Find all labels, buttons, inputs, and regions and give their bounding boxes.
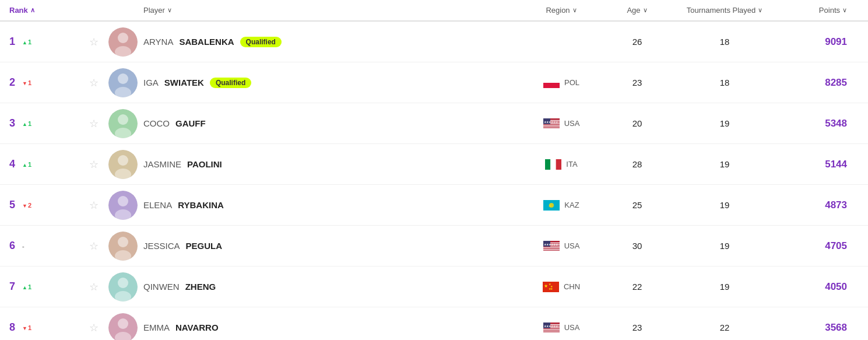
svg-rect-25 <box>556 159 561 170</box>
age-value: 30 <box>632 241 642 251</box>
tournaments-cell: 19 <box>666 200 783 210</box>
svg-rect-40 <box>543 248 560 249</box>
favorite-cell[interactable]: ☆ <box>79 281 108 293</box>
svg-text:★: ★ <box>544 283 548 289</box>
favorite-cell[interactable]: ☆ <box>79 240 108 253</box>
points-value: 4050 <box>825 281 847 292</box>
player-first-name: ELENA <box>143 200 172 210</box>
player-avatar <box>108 232 138 261</box>
player-first-name: QINWEN <box>143 282 180 292</box>
region-cell: ★ ★ ★ ★ ★ CHN <box>515 282 608 292</box>
rank-cell: 4 1 <box>9 158 79 170</box>
region-label: Region <box>546 6 570 15</box>
region-code: POL <box>564 78 579 87</box>
favorite-star-icon[interactable]: ☆ <box>89 158 99 171</box>
points-value: 4705 <box>825 240 847 251</box>
region-cell: ★★★★★★ USA <box>515 118 608 129</box>
tournaments-cell: 19 <box>666 159 783 169</box>
favorite-cell[interactable]: ☆ <box>79 117 108 130</box>
tournaments-column-header[interactable]: Tournaments Played ∨ <box>666 6 783 15</box>
svg-point-27 <box>118 196 128 206</box>
tournaments-cell: 18 <box>666 78 783 87</box>
points-cell: 5348 <box>783 118 859 129</box>
favorite-star-icon[interactable]: ☆ <box>89 76 99 89</box>
tournaments-label: Tournaments Played <box>687 6 756 15</box>
age-column-header[interactable]: Age ∨ <box>608 6 666 15</box>
rank-cell: 2 1 <box>9 76 79 89</box>
favorite-cell[interactable]: ☆ <box>79 36 108 48</box>
points-cell: 4050 <box>783 281 859 293</box>
region-column-cell: POL <box>515 78 608 88</box>
player-name-cell: ARYNA SABALENKA Qualified <box>143 37 515 47</box>
favorite-cell[interactable]: ☆ <box>79 321 108 334</box>
region-code: USA <box>564 323 580 332</box>
tournaments-value: 19 <box>720 200 730 210</box>
points-value: 5348 <box>825 118 847 129</box>
age-cell: 22 <box>608 282 666 292</box>
points-cell: 8285 <box>783 77 859 89</box>
player-full-name: JESSICA PEGULA <box>143 241 515 251</box>
favorite-cell[interactable]: ☆ <box>79 76 108 89</box>
player-avatar <box>108 191 138 220</box>
favorite-star-icon[interactable]: ☆ <box>89 36 99 48</box>
svg-rect-62 <box>543 332 560 332</box>
favorite-cell[interactable]: ☆ <box>79 158 108 171</box>
tournaments-value: 19 <box>720 159 730 169</box>
points-value: 8285 <box>825 77 847 88</box>
tournaments-cell: 18 <box>666 37 783 47</box>
svg-point-1 <box>118 33 128 43</box>
player-full-name: JASMINE PAOLINI <box>143 159 515 169</box>
region-cell: ☀ KAZ <box>515 200 608 211</box>
favorite-star-icon[interactable]: ☆ <box>89 117 99 130</box>
region-code: CHN <box>564 282 580 291</box>
favorite-star-icon[interactable]: ☆ <box>89 240 99 253</box>
region-code: ITA <box>566 160 577 169</box>
player-first-name: EMMA <box>143 323 170 332</box>
tournaments-value: 19 <box>720 118 730 128</box>
age-value: 23 <box>632 78 642 87</box>
tournaments-value: 18 <box>720 78 730 87</box>
favorite-star-icon[interactable]: ☆ <box>89 199 99 212</box>
player-full-name: ELENA RYBAKINA <box>143 200 515 210</box>
photo-cell <box>108 313 143 341</box>
player-first-name: IGA <box>143 78 159 87</box>
rank-sort-icon: ∧ <box>30 6 35 14</box>
player-avatar <box>108 109 138 138</box>
player-full-name: EMMA NAVARRO <box>143 323 515 332</box>
tournaments-cell: 19 <box>666 241 783 251</box>
points-value: 9091 <box>825 36 847 47</box>
svg-text:★★★★★★: ★★★★★★ <box>544 120 558 124</box>
player-last-name: NAVARRO <box>175 323 219 332</box>
player-first-name: JESSICA <box>143 241 180 251</box>
age-cell: 30 <box>608 241 666 251</box>
favorite-star-icon[interactable]: ☆ <box>89 281 99 293</box>
age-value: 22 <box>632 282 642 292</box>
age-cell: 28 <box>608 159 666 169</box>
svg-rect-6 <box>543 78 560 83</box>
flag-icon: ★★★★★★ <box>543 241 560 251</box>
points-value: 4873 <box>825 199 847 211</box>
favorite-cell[interactable]: ☆ <box>79 199 108 212</box>
table-row: 6 - ☆ JESSICA PEGULA <box>0 226 868 267</box>
player-last-name: SWIATEK <box>164 78 204 87</box>
region-cell: ★★★★★★ USA <box>515 241 608 251</box>
tournaments-cell: 22 <box>666 323 783 332</box>
region-column-header[interactable]: Region ∨ <box>515 6 608 15</box>
svg-text:★★★★★★: ★★★★★★ <box>544 243 558 246</box>
age-value: 26 <box>632 37 642 47</box>
svg-point-54 <box>118 318 128 329</box>
tournaments-cell: 19 <box>666 282 783 292</box>
favorite-star-icon[interactable]: ☆ <box>89 321 99 334</box>
svg-point-33 <box>118 237 128 247</box>
svg-text:★★★★★★: ★★★★★★ <box>544 324 558 328</box>
photo-cell <box>108 68 143 97</box>
player-name-cell: QINWEN ZHENG <box>143 282 515 292</box>
rank-column-header[interactable]: Rank ∧ <box>9 6 79 15</box>
photo-cell <box>108 150 143 179</box>
region-column-cell: ☀ KAZ <box>515 200 608 211</box>
points-column-header[interactable]: Points ∨ <box>783 6 859 15</box>
player-column-header[interactable]: Player ∨ <box>143 6 515 15</box>
flag-icon <box>545 159 561 170</box>
player-name-cell: EMMA NAVARRO <box>143 323 515 332</box>
rank-change: 1 <box>22 161 31 168</box>
